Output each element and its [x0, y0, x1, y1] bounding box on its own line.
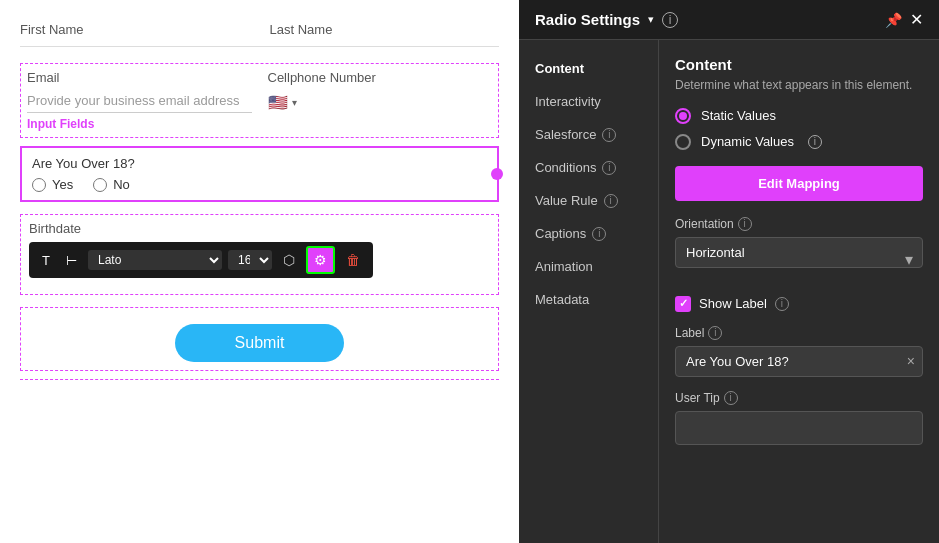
- label-info-icon: i: [708, 326, 722, 340]
- text-format-button[interactable]: T: [37, 250, 55, 271]
- radio-options: Yes No: [32, 177, 487, 192]
- panel-close-button[interactable]: ✕: [910, 10, 923, 29]
- nav-animation-label: Animation: [535, 259, 593, 274]
- nav-item-value-rule[interactable]: Value Rule i: [519, 184, 658, 217]
- panel-body: Content Interactivity Salesforce i Condi…: [519, 40, 939, 543]
- dynamic-values-row[interactable]: Dynamic Values i: [675, 134, 923, 150]
- radio-no[interactable]: No: [93, 177, 130, 192]
- orientation-select-wrapper: Horizontal Vertical: [675, 237, 923, 282]
- label-input-wrapper: ×: [675, 346, 923, 377]
- email-label: Email: [27, 70, 252, 85]
- last-name-label: Last Name: [270, 22, 333, 37]
- static-values-label: Static Values: [701, 108, 776, 123]
- link-button[interactable]: ⬡: [278, 249, 300, 271]
- dynamic-info-icon: i: [808, 135, 822, 149]
- no-label: No: [113, 177, 130, 192]
- edit-mapping-button[interactable]: Edit Mapping: [675, 166, 923, 201]
- text-icon: T: [42, 253, 50, 268]
- nav-interactivity-label: Interactivity: [535, 94, 601, 109]
- user-tip-input[interactable]: [675, 411, 923, 445]
- nav-captions-label: Captions: [535, 226, 586, 241]
- flag-icon: 🇺🇸: [268, 93, 288, 112]
- bottom-divider: [20, 379, 499, 380]
- panel-content-area: Content Determine what text appears in t…: [659, 40, 939, 543]
- submit-area: Submit: [29, 324, 490, 362]
- panel-chevron-icon[interactable]: ▾: [648, 13, 654, 26]
- nav-value-rule-label: Value Rule: [535, 193, 598, 208]
- nav-item-animation[interactable]: Animation: [519, 250, 658, 283]
- resize-handle[interactable]: [491, 168, 503, 180]
- salesforce-info-icon: i: [602, 128, 616, 142]
- nav-item-salesforce[interactable]: Salesforce i: [519, 118, 658, 151]
- birthdate-section: Birthdate T ⊢ Lato Arial Times New Roman…: [20, 214, 499, 295]
- dynamic-values-label: Dynamic Values: [701, 134, 794, 149]
- nav-metadata-label: Metadata: [535, 292, 589, 307]
- nav-salesforce-label: Salesforce: [535, 127, 596, 142]
- content-title: Content: [675, 56, 923, 73]
- nav-item-captions[interactable]: Captions i: [519, 217, 658, 250]
- email-placeholder: Provide your business email address: [27, 89, 252, 113]
- nav-item-interactivity[interactable]: Interactivity: [519, 85, 658, 118]
- submit-button[interactable]: Submit: [175, 324, 345, 362]
- user-tip-label: User Tip i: [675, 391, 923, 405]
- captions-info-icon: i: [592, 227, 606, 241]
- static-values-radio[interactable]: [675, 108, 691, 124]
- dynamic-values-radio[interactable]: [675, 134, 691, 150]
- radio-question-label: Are You Over 18?: [32, 156, 487, 171]
- size-select[interactable]: 16 12 14 18 20 24: [228, 250, 272, 270]
- show-label-text: Show Label: [699, 296, 767, 311]
- settings-button[interactable]: ⚙: [306, 246, 335, 274]
- panel-info-icon[interactable]: i: [662, 12, 678, 28]
- value-type-group: Static Values Dynamic Values i: [675, 108, 923, 150]
- content-description: Determine what text appears in this elem…: [675, 77, 923, 94]
- radio-yes-input[interactable]: [32, 178, 46, 192]
- align-icon: ⊢: [66, 253, 77, 268]
- radio-settings-panel: Radio Settings ▾ i 📌 ✕ Content Interacti…: [519, 0, 939, 543]
- align-button[interactable]: ⊢: [61, 250, 82, 271]
- radio-no-input[interactable]: [93, 178, 107, 192]
- yes-label: Yes: [52, 177, 73, 192]
- show-label-checkbox[interactable]: [675, 296, 691, 312]
- orientation-select[interactable]: Horizontal Vertical: [675, 237, 923, 268]
- nav-item-metadata[interactable]: Metadata: [519, 283, 658, 316]
- input-fields-label: Input Fields: [27, 117, 252, 131]
- conditions-info-icon: i: [602, 161, 616, 175]
- show-label-info-icon: i: [775, 297, 789, 311]
- flag-row: 🇺🇸 ▾: [268, 93, 493, 112]
- label-input[interactable]: [675, 346, 923, 377]
- label-field-label: Label i: [675, 326, 923, 340]
- nav-conditions-label: Conditions: [535, 160, 596, 175]
- first-name-label: First Name: [20, 22, 84, 37]
- info-text: i: [669, 13, 672, 27]
- cellphone-field: Cellphone Number 🇺🇸 ▾: [268, 70, 493, 131]
- user-tip-info-icon: i: [724, 391, 738, 405]
- show-label-row[interactable]: Show Label i: [675, 296, 923, 312]
- nav-item-conditions[interactable]: Conditions i: [519, 151, 658, 184]
- panel-pin-button[interactable]: 📌: [885, 12, 902, 28]
- formatting-toolbar: T ⊢ Lato Arial Times New Roman 16 12 14 …: [29, 242, 373, 278]
- radio-question-section: Are You Over 18? Yes No: [20, 146, 499, 202]
- panel-header: Radio Settings ▾ i 📌 ✕: [519, 0, 939, 40]
- flag-dropdown-arrow[interactable]: ▾: [292, 97, 297, 108]
- name-row: First Name Last Name: [20, 20, 499, 47]
- value-rule-info-icon: i: [604, 194, 618, 208]
- first-name-field: First Name: [20, 20, 250, 38]
- label-clear-button[interactable]: ×: [907, 353, 915, 369]
- form-area: First Name Last Name Email Provide your …: [0, 0, 519, 543]
- email-row: Email Provide your business email addres…: [27, 70, 492, 131]
- delete-button[interactable]: 🗑: [341, 249, 365, 271]
- font-select[interactable]: Lato Arial Times New Roman: [88, 250, 222, 270]
- email-field: Email Provide your business email addres…: [27, 70, 252, 131]
- panel-title: Radio Settings: [535, 11, 640, 28]
- radio-yes[interactable]: Yes: [32, 177, 73, 192]
- orientation-info-icon: i: [738, 217, 752, 231]
- cellphone-label: Cellphone Number: [268, 70, 493, 85]
- static-values-row[interactable]: Static Values: [675, 108, 923, 124]
- email-section: Email Provide your business email addres…: [20, 63, 499, 138]
- submit-section: Submit: [20, 307, 499, 371]
- nav-content-label: Content: [535, 61, 584, 76]
- last-name-field: Last Name: [270, 20, 500, 38]
- nav-item-content[interactable]: Content: [519, 52, 658, 85]
- orientation-label: Orientation i: [675, 217, 923, 231]
- panel-nav: Content Interactivity Salesforce i Condi…: [519, 40, 659, 543]
